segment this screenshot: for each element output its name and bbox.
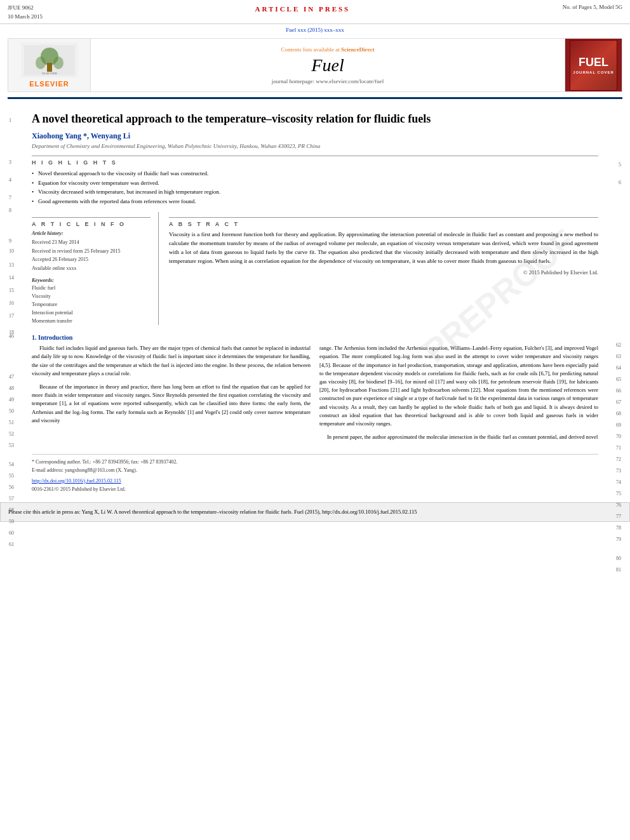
fuel-journal-cover: FUEL JOURNAL COVER <box>570 40 617 91</box>
page-info: No. of Pages 5, Model 5G <box>563 4 622 10</box>
svg-text:ELSEVIER: ELSEVIER <box>42 72 57 75</box>
affiliation: Department of Chemistry and Environmenta… <box>32 143 598 149</box>
received-date: Received 23 May 2014 <box>32 238 151 247</box>
keyword-item: Momentum transfer <box>32 317 151 326</box>
article-info-label: A R T I C L E I N F O <box>32 217 151 227</box>
introduction-heading: 1. Introduction <box>32 334 598 341</box>
abstract-text: Viscosity is a first and foremost functi… <box>169 230 598 266</box>
article-info-column: A R T I C L E I N F O Article history: R… <box>32 212 159 325</box>
publisher-logo-area: ELSEVIER ELSEVIER <box>8 39 91 91</box>
history-label: Article history: <box>32 230 151 236</box>
abstract-label: A B S T R A C T <box>169 217 598 227</box>
intro-paragraph: range. The Arrhenius form included the A… <box>319 344 598 428</box>
journal-id: JFUE 9062 <box>8 4 43 13</box>
main-content: PREPROOF 1 3 4 7 8 9 10 13 14 15 16 17 1… <box>0 99 630 497</box>
svg-rect-4 <box>47 63 52 72</box>
corresponding-author: * Corresponding author. Tel.: +86 27 839… <box>32 458 598 467</box>
citation-line: Fuel xxx (2015) xxx–xxx <box>0 27 630 33</box>
svg-point-3 <box>53 57 64 69</box>
highlights-label: H I G H L I G H T S <box>32 156 598 166</box>
revised-date: Received in revised form 25 February 201… <box>32 247 151 256</box>
fuel-cover-title: FUEL <box>579 56 608 69</box>
publication-date: 10 March 2015 <box>8 13 43 22</box>
highlights-list: Novel theoretical approach to the viscos… <box>32 169 598 206</box>
keyword-item: Fluidic fuel <box>32 284 151 293</box>
keywords-list: Fluidic fuelViscosityTemperatureInteract… <box>32 284 151 325</box>
highlight-item: Equation for viscosity over temperature … <box>32 178 598 187</box>
article-title: A novel theoretical approach to the temp… <box>32 112 598 126</box>
authors: Xiaohong Yang *, Wenyang Li <box>32 131 598 141</box>
elsevier-logo-graphic: ELSEVIER <box>21 43 78 77</box>
bottom-citation-bar: Please cite this article in press as: Ya… <box>0 502 630 522</box>
introduction-body: Fluidic fuel includes liquid and gaseous… <box>32 344 598 446</box>
intro-paragraph: Fluidic fuel includes liquid and gaseous… <box>32 344 311 378</box>
citation-text: Please cite this article in press as: Ya… <box>8 509 417 515</box>
journal-header: ELSEVIER ELSEVIER Contents lists availab… <box>8 38 622 92</box>
top-bar: JFUE 9062 10 March 2015 ARTICLE IN PRESS… <box>0 0 630 24</box>
science-direct-brand[interactable]: ScienceDirect <box>341 46 374 53</box>
keyword-item: Temperature <box>32 301 151 309</box>
fuel-cover-area: FUEL JOURNAL COVER <box>565 39 622 91</box>
intro-right-line-numbers: 62 63 64 65 66 67 68 69 70 71 72 73 74 7… <box>616 343 621 573</box>
accepted-date: Accepted 26 February 2015 <box>32 255 151 264</box>
journal-title-area: Contents lists available at ScienceDirec… <box>91 39 565 91</box>
introduction-section: 46 47 48 49 50 51 52 53 54 55 56 57 58 5… <box>32 334 598 446</box>
available-date: Available online xxxx <box>32 264 151 273</box>
intro-col1: Fluidic fuel includes liquid and gaseous… <box>32 344 311 446</box>
left-line-numbers: 1 3 4 7 8 9 10 13 14 15 16 17 18 <box>9 118 14 335</box>
highlight-item: Good agreements with the reported data f… <box>32 197 598 206</box>
highlight-item: Viscosity decreased with temperature, bu… <box>32 187 598 196</box>
doi-link[interactable]: http://dx.doi.org/10.1016/j.fuel.2015.02… <box>32 477 598 486</box>
keyword-item: Interaction potential <box>32 309 151 317</box>
highlight-item: Novel theoretical approach to the viscos… <box>32 169 598 178</box>
keyword-item: Viscosity <box>32 293 151 301</box>
abstract-column: A B S T R A C T Viscosity is a first and… <box>169 212 598 325</box>
intro-col2: range. The Arrhenius form included the A… <box>319 344 598 446</box>
footnotes: * Corresponding author. Tel.: +86 27 839… <box>32 454 598 493</box>
intro-left-line-numbers: 46 47 48 49 50 51 52 53 54 55 56 57 58 5… <box>9 334 14 547</box>
svg-point-2 <box>36 57 46 69</box>
info-abstract-section: A R T I C L E I N F O Article history: R… <box>32 212 598 325</box>
journal-homepage: journal homepage: www.elsevier.com/locat… <box>272 78 384 84</box>
keywords-label: Keywords: <box>32 277 151 283</box>
right-line-numbers-top: 5 6 <box>619 163 621 185</box>
journal-title: Fuel <box>311 55 344 76</box>
highlights-section: H I G H L I G H T S Novel theoretical ap… <box>32 156 598 206</box>
intro-paragraph: In present paper, the author approximate… <box>319 433 598 441</box>
journal-id-date: JFUE 9062 10 March 2015 <box>8 4 43 21</box>
abstract-copyright: © 2015 Published by Elsevier Ltd. <box>169 269 598 276</box>
elsevier-brand-text: ELSEVIER <box>29 80 69 88</box>
intro-paragraph: Because of the importance in theory and … <box>32 383 311 425</box>
email-address: E-mail address: yangxhong88@163.com (X. … <box>32 467 598 475</box>
science-direct-link[interactable]: Contents lists available at ScienceDirec… <box>281 46 375 53</box>
issn: 0016-2361/© 2015 Published by Elsevier L… <box>32 486 598 494</box>
article-in-press-label: ARTICLE IN PRESS <box>255 4 351 13</box>
